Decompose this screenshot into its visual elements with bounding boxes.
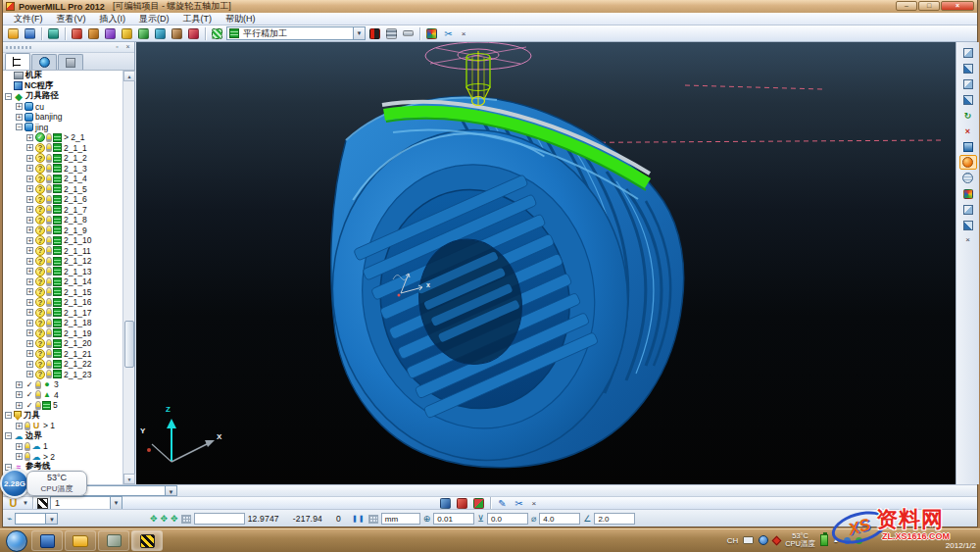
menu-item[interactable]: 帮助(H) <box>219 13 263 25</box>
overlap-field[interactable]: 2.0 <box>594 513 635 525</box>
tree-expander[interactable]: + <box>26 134 33 141</box>
tool-button[interactable]: U <box>6 496 21 510</box>
explorer-header[interactable]: ▫ × <box>3 42 134 53</box>
pick-field[interactable] <box>194 513 245 525</box>
tree-row[interactable]: + ? 2_1_21 <box>3 349 123 360</box>
tree-row[interactable]: + ? 2_1_6 <box>3 194 123 205</box>
flag-red-button[interactable] <box>455 496 469 510</box>
tree-expander[interactable]: − <box>16 124 23 130</box>
start-button[interactable] <box>6 530 27 552</box>
block-toggle-button[interactable]: × <box>959 124 977 138</box>
tree-expander[interactable]: − <box>5 412 12 419</box>
strategy-button-1[interactable] <box>70 26 84 40</box>
block-checker-icon[interactable] <box>37 498 48 509</box>
draw-pencil-button[interactable]: ✎ <box>495 496 510 510</box>
toolpath-edit-button[interactable] <box>438 496 453 510</box>
taskbar-app-game[interactable] <box>98 530 129 551</box>
view-top-button[interactable] <box>959 45 977 60</box>
tree-expander[interactable]: + <box>26 185 33 192</box>
tolerance-field[interactable]: 0.01 <box>433 513 474 525</box>
tree-expander[interactable]: + <box>26 226 33 233</box>
tree-row[interactable]: + ? 2_1_2 <box>3 153 123 164</box>
strategy-button-3[interactable] <box>103 26 118 40</box>
workplane-combo[interactable]: ▼ <box>15 513 58 525</box>
menu-item[interactable]: 查看(V) <box>50 13 93 25</box>
view-iso-button[interactable] <box>959 76 977 91</box>
tree-row[interactable]: + ? 2_1_8 <box>3 215 123 226</box>
strategy-button-2[interactable] <box>86 26 101 40</box>
draft-shade-button[interactable] <box>959 218 977 232</box>
view-toolbar-close[interactable]: × <box>962 233 974 245</box>
units-field[interactable]: mm <box>381 513 420 525</box>
tree-expander[interactable]: + <box>26 371 33 377</box>
tree-expander[interactable]: + <box>26 258 33 265</box>
thickness-field[interactable]: 0.0 <box>487 513 528 525</box>
simulate-button[interactable] <box>424 26 439 40</box>
menu-item[interactable]: 文件(F) <box>7 13 50 25</box>
tree-row[interactable]: + ? 2_1_17 <box>3 308 123 319</box>
tree-row[interactable]: + ? 2_1_14 <box>3 276 123 287</box>
tree-row[interactable]: + ? 2_1_13 <box>3 267 123 277</box>
tree-row[interactable]: + ☁ > 2 <box>3 452 123 463</box>
active-strategy-combo[interactable]: 平行精加工 ▼ <box>226 26 366 40</box>
tree-row[interactable]: 机床 <box>3 71 123 81</box>
tree-expander[interactable]: + <box>26 361 33 368</box>
diameter-field[interactable]: 4.0 <box>539 513 580 525</box>
tree-row[interactable]: − ◆ 刀具路径 <box>3 91 123 102</box>
tree-expander[interactable]: + <box>16 381 23 388</box>
tree-row[interactable]: + ? 2_1_23 <box>3 370 123 380</box>
panel-close-icon[interactable]: × <box>123 43 132 52</box>
tree-row[interactable]: + ? 2_1_15 <box>3 287 123 298</box>
tree-expander[interactable]: + <box>26 165 33 172</box>
menu-item[interactable]: 插入(I) <box>93 13 133 25</box>
ime-indicator[interactable]: CH <box>727 536 739 545</box>
scroll-up-icon[interactable]: ▲ <box>123 71 135 81</box>
tree-row[interactable]: − 刀具 <box>3 411 123 422</box>
tool-number-combo[interactable]: 1 ▼ <box>50 496 122 510</box>
toolpath-verify-button[interactable] <box>368 26 382 40</box>
tree-expander[interactable]: + <box>26 155 33 162</box>
tool-number-arrow[interactable]: ▼ <box>110 497 122 509</box>
tab-disabled[interactable] <box>58 54 83 70</box>
strategy-button-6[interactable] <box>153 26 168 40</box>
tree-row[interactable]: + ? 2_1_4 <box>3 174 123 184</box>
tree-row[interactable]: + ✓ > 2_1 <box>3 132 123 143</box>
tree-expander[interactable]: + <box>26 299 33 306</box>
tree-row[interactable]: + ? 2_1_1 <box>3 143 123 154</box>
view-rotate-button[interactable] <box>959 92 977 107</box>
menu-item[interactable]: 工具(T) <box>176 13 220 25</box>
tree-row[interactable]: + ? 2_1_11 <box>3 246 123 257</box>
tree-expander[interactable]: + <box>26 268 33 275</box>
close-button[interactable]: × <box>941 1 974 11</box>
calculator-button[interactable] <box>384 26 399 40</box>
open-project-button[interactable] <box>6 26 21 40</box>
minimize-button[interactable]: – <box>896 1 917 11</box>
title-bar[interactable]: PowerMILL Pro 2012 [可编辑项目 - 螺旋轮五轴加工] – □… <box>3 0 977 13</box>
tree-expander[interactable]: − <box>5 432 12 439</box>
tab-web[interactable] <box>31 54 57 70</box>
tree-expander[interactable]: + <box>26 206 33 213</box>
save-project-button[interactable] <box>23 26 37 40</box>
view-front-button[interactable] <box>959 61 977 75</box>
tree-row[interactable]: + ? 2_1_19 <box>3 328 123 339</box>
tree-row[interactable]: + ☁ 1 <box>3 441 123 452</box>
tree-row[interactable]: + ? 2_1_3 <box>3 164 123 175</box>
tree-expander[interactable]: + <box>26 237 33 244</box>
shade-blue-button[interactable] <box>959 139 977 154</box>
multicolor-shade-button[interactable] <box>959 186 977 201</box>
wireframe-view-button[interactable] <box>959 171 977 185</box>
strategy-button-8[interactable] <box>186 26 201 40</box>
tree-scrollbar[interactable]: ▲ ▼ <box>122 71 134 484</box>
tree-expander[interactable]: + <box>26 329 33 336</box>
tree-expander[interactable]: + <box>16 453 23 460</box>
taskbar-app-media[interactable] <box>31 530 63 551</box>
tree-row[interactable]: + ? 2_1_16 <box>3 297 123 308</box>
tree-expander[interactable]: + <box>26 196 33 203</box>
trim-button[interactable]: ✂ <box>512 496 526 510</box>
strategy-button-7[interactable] <box>170 26 184 40</box>
pattern-button[interactable] <box>210 26 224 40</box>
tree-expander[interactable]: + <box>26 176 33 182</box>
viewmill-button[interactable] <box>46 26 61 40</box>
tree-expander[interactable]: + <box>26 288 33 295</box>
strategy-button-4[interactable] <box>120 26 134 40</box>
